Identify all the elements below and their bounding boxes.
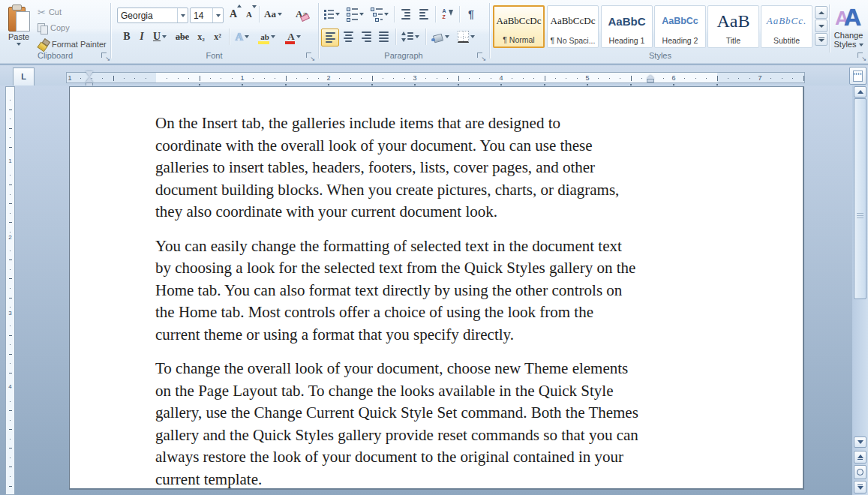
bold-button[interactable]: B [120,28,134,45]
style-subtitle[interactable]: AaBbCc. Subtitle [761,5,812,48]
styles-gallery-more-button[interactable] [815,33,827,46]
paste-dropdown-caret[interactable] [17,43,21,46]
next-page-button[interactable] [854,481,866,494]
grow-font-button[interactable]: A [226,6,241,22]
multilevel-list-button[interactable] [368,6,391,22]
right-indent-marker-base[interactable] [647,79,654,82]
document-page[interactable]: On the Insert tab, the galleries include… [69,86,804,490]
italic-button[interactable]: I [136,28,148,45]
ruler-tick [10,175,11,176]
styles-gallery-up-button[interactable] [815,6,827,19]
shading-button[interactable] [429,28,452,45]
align-right-button[interactable] [358,28,374,45]
paste-label: Paste [8,32,29,41]
ruler-tick [10,420,11,421]
hanging-indent-marker[interactable] [86,77,93,82]
vertical-ruler[interactable]: 1234 [5,86,15,495]
text-line: gallery and the Quick Styles gallery pro… [155,424,727,447]
document-text: On the Insert tab, the galleries include… [155,112,727,495]
borders-button[interactable] [455,28,477,45]
first-line-indent-marker[interactable] [86,71,93,76]
font-dialog-launcher[interactable]: ↘ [305,52,314,61]
view-ruler-toggle-button[interactable] [849,67,866,85]
copy-button[interactable]: Copy [38,20,70,35]
ruler-tick [102,78,103,79]
ruler-tick [555,78,556,79]
styles-dialog-launcher[interactable]: ↘ [857,52,866,61]
ruler-tick [512,78,512,79]
underline-button[interactable]: U [149,28,170,45]
select-browse-object-button[interactable] [854,465,866,479]
text-highlight-icon: ab [260,32,269,41]
numbering-button[interactable] [344,6,366,22]
ruler-tick [663,78,664,79]
tab-stop-selector[interactable]: L [13,68,35,86]
font-name-dropdown[interactable] [177,8,188,22]
justify-icon [379,32,389,42]
font-name-combo[interactable]: Georgia [117,8,188,23]
ruler-tick [9,260,12,260]
increase-indent-button[interactable] [416,6,432,22]
previous-page-button[interactable] [854,451,866,464]
ruler-number: 6 [671,74,675,82]
shrink-font-button[interactable]: A [242,6,256,22]
bullets-button[interactable] [322,6,341,22]
show-hide-pilcrow-button[interactable]: ¶ [463,6,479,22]
font-size-combo[interactable]: 14 [190,8,224,23]
ruler-tick [425,78,426,79]
style-title[interactable]: AaB Title [707,5,759,48]
align-left-button[interactable] [321,28,339,46]
subscript-button[interactable]: x₂ [194,28,209,45]
clear-formatting-button[interactable]: Aa [293,6,311,22]
vertical-scrollbar[interactable] [852,86,868,495]
style-heading-1[interactable]: AaBbC Heading 1 [601,5,653,48]
ruler-tick [124,78,125,79]
strikethrough-button[interactable]: abe [173,28,192,45]
style-heading-2[interactable]: AaBbCc Heading 2 [654,5,706,48]
font-color-button[interactable]: A [284,28,305,45]
clipboard-dialog-launcher[interactable]: ↘ [101,52,110,61]
text-line: always restore the look of your document… [155,446,727,469]
ruler-tick [631,76,632,81]
ruler-tick [10,118,11,119]
cut-button[interactable]: ✂ Cut [38,4,62,20]
increase-indent-icon [419,9,428,20]
ruler-tick [738,78,739,79]
decrease-indent-button[interactable] [398,6,414,22]
ruler-tick [533,78,534,79]
horizontal-ruler[interactable]: 11234567 [66,72,805,83]
scroll-down-button[interactable] [854,436,866,448]
bullets-icon [324,10,334,20]
ruler-tick [264,78,265,79]
paragraph-dialog-launcher[interactable]: ↘ [476,52,485,61]
line-spacing-button[interactable] [399,28,422,45]
superscript-button[interactable]: x² [210,28,225,45]
text-highlight-button[interactable]: ab [257,28,279,45]
styles-gallery-down-button[interactable] [815,20,827,32]
down-arrow-icon [818,25,824,28]
justify-button[interactable] [375,28,392,45]
borders-icon [458,31,469,43]
style-no-spacing[interactable]: AaBbCcDc ¶ No Spaci... [547,5,599,48]
subscript-icon: x₂ [197,32,205,43]
ruler-tick [296,78,297,79]
style-normal[interactable]: AaBbCcDc ¶ Normal [493,5,545,48]
format-painter-label: Format Painter [52,40,107,49]
ruler-tick [803,76,804,81]
change-styles-label-line2: Styles [833,40,863,49]
pilcrow-icon: ¶ [468,8,474,20]
font-size-dropdown[interactable] [212,8,223,22]
scroll-up-button[interactable] [854,86,866,98]
ruler-tick [10,288,11,289]
text-effects-button[interactable]: A [233,28,252,45]
text-line: current theme or using a format that you… [155,324,727,346]
ruler-tick [9,203,12,204]
format-painter-button[interactable]: Format Painter [38,37,107,52]
scrollbar-thumb[interactable] [854,98,866,299]
style-label: Subtitle [773,36,800,45]
ruler-tick [577,78,578,79]
align-center-button[interactable] [340,28,356,45]
ruler-tick [9,486,12,487]
sort-button[interactable]: AZ [439,6,455,22]
change-case-button[interactable]: Aa [263,6,284,22]
